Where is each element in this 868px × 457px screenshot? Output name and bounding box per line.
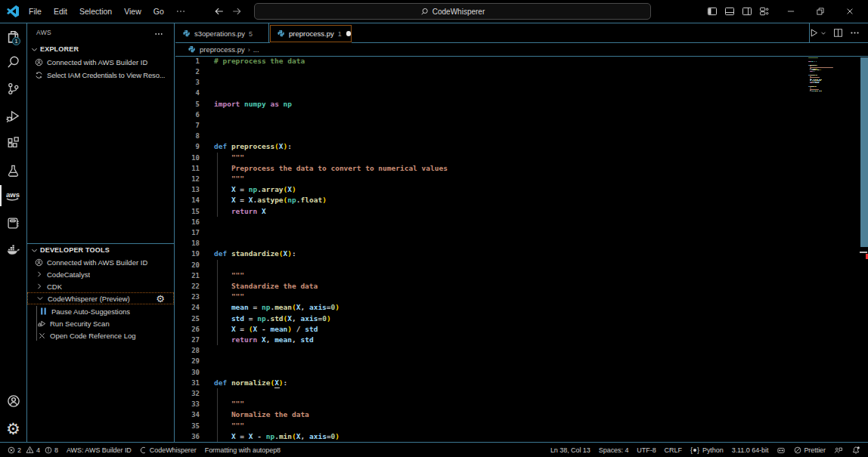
code-line-17[interactable]: 17 [175, 227, 803, 239]
code-line-7[interactable]: 7 [175, 120, 803, 131]
editor-scrollbar[interactable] [860, 57, 868, 451]
aws-connection-status[interactable]: AWS: AWS Builder ID [67, 446, 132, 454]
code-line-25[interactable]: 25 std = np.std(X, axis=0) [175, 313, 803, 325]
code-line-27[interactable]: 27 return X, mean, std [175, 335, 803, 346]
code-line-16[interactable]: 16 [175, 217, 803, 228]
code-line-9[interactable]: 9def preprocess(X): [175, 141, 803, 153]
split-editor-icon[interactable] [833, 28, 843, 38]
python-interpreter[interactable]: 3.11.0 64-bit [732, 446, 769, 454]
run-debug-icon[interactable] [0, 103, 26, 128]
menu-item-selection[interactable]: Selection [73, 7, 118, 16]
code-reference-log-row[interactable]: Open Code Reference Log [27, 329, 174, 341]
run-python-icon[interactable] [809, 28, 826, 38]
code-line-5[interactable]: 5import numpy as np [175, 99, 803, 110]
code-line-21[interactable]: 21 """ [175, 270, 803, 282]
code-line-24[interactable]: 24 mean = np.mean(X, axis=0) [175, 302, 803, 313]
code-line-30[interactable]: 30 [175, 367, 803, 378]
codewhisperer-row[interactable]: CodeWhisperer (Preview) ⚙ [27, 292, 174, 304]
code-line-33[interactable]: 33 """ [175, 399, 803, 410]
accounts-icon[interactable] [0, 388, 26, 414]
tab-s3operations[interactable]: s3operations.py 5 [175, 25, 268, 42]
close-icon[interactable] [835, 0, 864, 23]
command-center-search[interactable]: CodeWhisperer [254, 3, 651, 20]
language-status[interactable]: {} Python [690, 446, 724, 454]
code-line-2[interactable]: 2 [175, 66, 803, 78]
devtools-section-header[interactable]: DEVELOPER TOOLS [27, 244, 174, 256]
code-line-18[interactable]: 18 [175, 238, 803, 249]
code-line-14[interactable]: 14 X = X.astype(np.float) [175, 195, 803, 206]
menu-item-view[interactable]: View [118, 7, 147, 16]
prettier-status[interactable]: Prettier [794, 446, 826, 454]
toggle-sidebar-icon[interactable] [703, 0, 721, 23]
codecatalyst-row[interactable]: CodeCatalyst [27, 268, 174, 280]
modified-dot-icon[interactable] [346, 31, 351, 36]
notebook-icon[interactable] [0, 210, 26, 236]
source-control-icon[interactable] [0, 76, 26, 101]
minimize-icon[interactable] [776, 0, 805, 23]
code-line-19[interactable]: 19def standardize(X): [175, 249, 803, 260]
cursor-position[interactable]: Ln 38, Col 13 [550, 446, 591, 454]
search-view-icon[interactable] [0, 49, 26, 75]
code-line-8[interactable]: 8 [175, 131, 803, 142]
code-line-4[interactable]: 4 [175, 88, 803, 99]
restore-icon[interactable] [805, 0, 835, 23]
nav-forward-icon[interactable] [231, 6, 242, 17]
docker-icon[interactable] [0, 237, 26, 263]
tab-preprocess[interactable]: preprocess.py 1 [270, 25, 352, 42]
code-line-1[interactable]: 1# preprocess the data [175, 56, 803, 67]
toggle-panel-icon[interactable] [721, 0, 738, 23]
extensions-icon[interactable] [0, 130, 26, 156]
menu-item-edit[interactable]: Edit [48, 7, 73, 16]
bell-icon[interactable] [851, 446, 860, 455]
code-line-13[interactable]: 13 X = np.array(X) [175, 184, 803, 196]
code-line-11[interactable]: 11 Preprocess the data to convert to num… [175, 163, 803, 174]
code-editor[interactable]: 1# preprocess the data2345import numpy a… [175, 56, 868, 442]
connected-builder-row[interactable]: Connected with AWS Builder ID [27, 56, 174, 68]
indentation-status[interactable]: Spaces: 4 [599, 446, 629, 454]
scrollbar-slider[interactable] [860, 57, 868, 247]
code-line-12[interactable]: 12 """ [175, 174, 803, 185]
explorer-section-header[interactable]: EXPLORER [27, 43, 174, 55]
customize-layout-icon[interactable] [755, 0, 773, 23]
code-line-26[interactable]: 26 X = (X - mean) / std [175, 324, 803, 335]
codewhisperer-status[interactable]: CodeWhisperer [140, 446, 197, 454]
code-line-32[interactable]: 32 [175, 388, 803, 400]
pause-suggestions-row[interactable]: Pause Auto-Suggestions [27, 305, 174, 317]
aws-icon[interactable]: aws [0, 183, 26, 208]
breadcrumb[interactable]: preprocess.py › ... [175, 43, 868, 56]
run-security-scan-row[interactable]: Run Security Scan [27, 317, 174, 329]
select-iam-row[interactable]: Select IAM Credentials to View Reso... [27, 69, 174, 81]
nav-back-icon[interactable] [214, 6, 225, 17]
testing-icon[interactable] [0, 158, 26, 184]
code-line-36[interactable]: 36 X = X - np.min(X, axis=0) [175, 431, 803, 442]
code-line-3[interactable]: 3 [175, 77, 803, 88]
eol-status[interactable]: CRLF [665, 446, 682, 454]
robot-icon[interactable] [777, 446, 786, 455]
menu-item-go[interactable]: Go [147, 7, 170, 16]
code-line-6[interactable]: 6 [175, 110, 803, 121]
code-line-29[interactable]: 29 [175, 356, 803, 367]
code-line-28[interactable]: 28 [175, 345, 803, 357]
cdk-row[interactable]: CDK [27, 280, 174, 292]
settings-gear-icon[interactable]: ⚙ [0, 416, 26, 442]
problems-indicator[interactable]: 2 4 8 [8, 446, 58, 454]
menu-item-more[interactable] [170, 7, 191, 16]
toggle-secondary-sidebar-icon[interactable] [738, 0, 755, 23]
menu-item-file[interactable]: File [23, 7, 48, 16]
devtools-connected-row[interactable]: Connected with AWS Builder ID [27, 256, 174, 268]
encoding-status[interactable]: UTF-8 [637, 446, 656, 454]
sidebar-more-icon[interactable] [154, 29, 163, 39]
feedback-icon[interactable] [834, 446, 843, 455]
code-line-20[interactable]: 20 [175, 260, 803, 271]
more-actions-icon[interactable] [850, 28, 860, 38]
code-line-34[interactable]: 34 Normalize the data [175, 409, 803, 421]
explorer-icon[interactable]: 1 [0, 23, 26, 49]
minimap[interactable] [807, 57, 860, 451]
code-line-22[interactable]: 22 Standardize the data [175, 281, 803, 292]
code-line-23[interactable]: 23 """ [175, 292, 803, 303]
gear-icon[interactable]: ⚙ [156, 294, 165, 304]
code-line-15[interactable]: 15 return X [175, 206, 803, 218]
code-line-10[interactable]: 10 """ [175, 153, 803, 164]
code-line-31[interactable]: 31def normalize(X): [175, 378, 803, 389]
code-line-35[interactable]: 35 """ [175, 421, 803, 432]
